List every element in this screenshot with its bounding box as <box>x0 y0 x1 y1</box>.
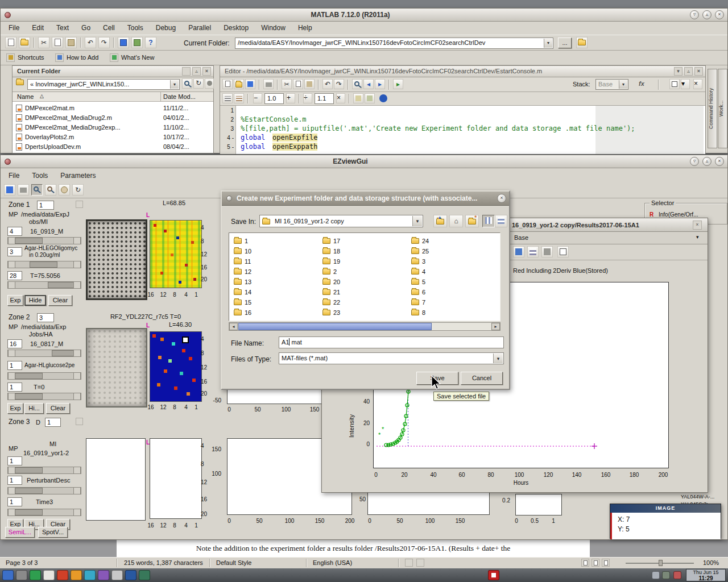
file-row[interactable]: DMPexcel2mat.m <box>16 103 158 113</box>
taskbar-clock[interactable]: Thu Jun 15 11:29 <box>686 569 726 581</box>
chevron-down-icon[interactable]: ▾ <box>544 39 552 48</box>
zone2-time-slider[interactable] <box>7 393 81 400</box>
status-wordcount[interactable]: 215 words, 1,387 characters <box>124 559 203 566</box>
undo-icon[interactable]: ↶ <box>322 79 333 89</box>
undo-icon[interactable]: ↶ <box>85 37 96 48</box>
folder-item[interactable]: 7 <box>411 298 491 307</box>
copy-icon[interactable] <box>52 37 63 48</box>
folder-item[interactable]: 19 <box>322 257 402 266</box>
browse-folder-button[interactable]: ... <box>558 38 572 48</box>
percent-block-icon[interactable] <box>365 93 375 103</box>
tab-workspace[interactable]: Work... <box>718 69 727 148</box>
open-file-icon[interactable] <box>19 37 30 48</box>
taskbar-app-icon[interactable] <box>139 570 150 580</box>
taskbar-app-icon[interactable] <box>30 570 41 580</box>
chevron-down-icon[interactable]: ▾ <box>696 234 699 240</box>
folder-item[interactable]: 14 <box>234 288 313 297</box>
zone1-index-spinner[interactable]: 1 <box>37 201 54 210</box>
status-pagestyle[interactable]: Default Style <box>216 559 251 566</box>
copy-icon[interactable] <box>293 79 303 89</box>
code-area[interactable]: 1 2 3 4 - 5 - %EstartConsole.m %[file,pa… <box>220 106 705 154</box>
close-editor-icon[interactable]: × <box>693 79 702 89</box>
up-one-level-icon[interactable]: ▴ <box>433 215 447 227</box>
pan-icon[interactable] <box>59 184 70 196</box>
whats-new-link[interactable]: What's New <box>121 54 154 61</box>
selection-mode-icon[interactable] <box>405 559 413 567</box>
folder-item[interactable]: 6 <box>411 288 491 297</box>
window-menu-icon[interactable] <box>5 159 11 165</box>
zone1-hide-button[interactable]: Hide <box>24 295 46 306</box>
guide-icon[interactable] <box>131 37 143 48</box>
new-icon[interactable] <box>222 79 233 89</box>
zone1-mp-spinner[interactable]: 4 <box>7 227 22 236</box>
selector-info-option[interactable]: Info(Gene/Orf... <box>659 211 698 218</box>
single-page-view-icon[interactable] <box>581 559 589 567</box>
folder-item[interactable]: 4 <box>411 267 491 276</box>
file-row[interactable]: DoverlayPlots2.m <box>16 132 158 142</box>
base-workspace-label[interactable]: Base <box>514 234 528 241</box>
search-icon[interactable] <box>182 78 192 89</box>
redo-icon[interactable]: ↷ <box>98 37 110 48</box>
menu-go[interactable]: Go <box>81 24 90 32</box>
tab-command-history[interactable]: Command History <box>708 69 717 148</box>
menu-file[interactable]: File <box>9 24 19 32</box>
folder-item[interactable]: 23 <box>322 308 402 317</box>
zone3-mp-slider[interactable] <box>7 467 81 474</box>
save-icon[interactable] <box>245 79 255 89</box>
taskbar-app-icon[interactable] <box>111 570 123 580</box>
file-row[interactable]: DMPexcel2mat_MediaDrug2.m <box>16 113 158 122</box>
folder-item[interactable]: 8 <box>411 308 491 317</box>
ezview-titlebar[interactable]: EZviewGui ▿ ▵ × <box>1 155 727 168</box>
close-icon[interactable]: × <box>497 194 506 203</box>
current-folder-combobox[interactable]: /media/data/EASY/InovImager_jwrCF_WINLin… <box>235 38 553 49</box>
cut-icon[interactable]: ✂ <box>282 79 292 89</box>
folder-item[interactable]: 15 <box>234 298 313 307</box>
taskbar-app-icon[interactable] <box>71 570 82 580</box>
document-modified-icon[interactable] <box>416 559 424 567</box>
taskbar-app-icon[interactable] <box>98 570 109 580</box>
taskbar-app-icon[interactable] <box>43 570 55 580</box>
rotate-icon[interactable]: ↻ <box>72 184 84 196</box>
selected-well-marker[interactable] <box>182 336 189 343</box>
menu-file[interactable]: File <box>9 172 19 180</box>
open-icon[interactable] <box>234 79 244 89</box>
folder-item[interactable]: 1 <box>234 236 313 246</box>
whats-new-icon[interactable] <box>110 53 118 62</box>
zone3-mp-spinner[interactable]: 1 <box>7 456 22 465</box>
maximize-icon[interactable]: ▵ <box>702 10 712 19</box>
column-name[interactable]: Name <box>17 93 34 100</box>
minimize-icon[interactable]: ▿ <box>690 10 699 19</box>
taskbar-app-icon[interactable] <box>2 570 14 580</box>
taskbar-alert-icon[interactable] <box>488 570 499 580</box>
chevron-down-icon[interactable]: ▾ <box>493 354 503 363</box>
zone2-clear-button[interactable]: Clear <box>46 403 70 414</box>
folder-item[interactable]: 22 <box>322 298 402 307</box>
home-icon[interactable]: ⌂ <box>449 215 463 227</box>
tray-icon[interactable] <box>662 571 670 579</box>
window-layout-icon[interactable] <box>669 79 680 89</box>
zone3-time-slider[interactable] <box>7 509 81 516</box>
folder-item[interactable]: 3 <box>411 257 491 266</box>
scroll-left-icon[interactable]: ◂ <box>229 323 238 330</box>
menu-desktop[interactable]: Desktop <box>224 24 249 32</box>
paste-icon[interactable] <box>65 37 77 48</box>
menu-text[interactable]: Text <box>56 24 69 32</box>
zone2-exp-button[interactable]: Exp <box>7 403 23 414</box>
folder-item[interactable]: 21 <box>322 288 402 297</box>
zone2-hide-button[interactable]: Hi... <box>24 403 44 414</box>
heatmap-zone3[interactable] <box>150 438 202 519</box>
pin-icon[interactable] <box>182 67 191 76</box>
zoom-b-input[interactable]: 1.1 <box>315 93 334 104</box>
zone3-perturbant-slider[interactable] <box>7 487 81 494</box>
menu-edit[interactable]: Edit <box>32 24 44 32</box>
stored-data-icon[interactable] <box>541 246 553 257</box>
taskbar-app-icon[interactable] <box>57 570 68 580</box>
zoom-a-input[interactable]: 1.0 <box>264 93 284 104</box>
close-panel-icon[interactable]: × <box>694 67 703 76</box>
maximize-panel-icon[interactable]: ▵ <box>192 67 201 76</box>
maximize-icon[interactable]: ▵ <box>702 157 712 166</box>
dock-icon[interactable]: ▾ <box>674 67 682 76</box>
run-icon[interactable]: ▸ <box>393 79 403 89</box>
stack-combobox[interactable]: Base ▾ <box>595 79 628 90</box>
redo-icon[interactable]: ↷ <box>334 79 344 89</box>
